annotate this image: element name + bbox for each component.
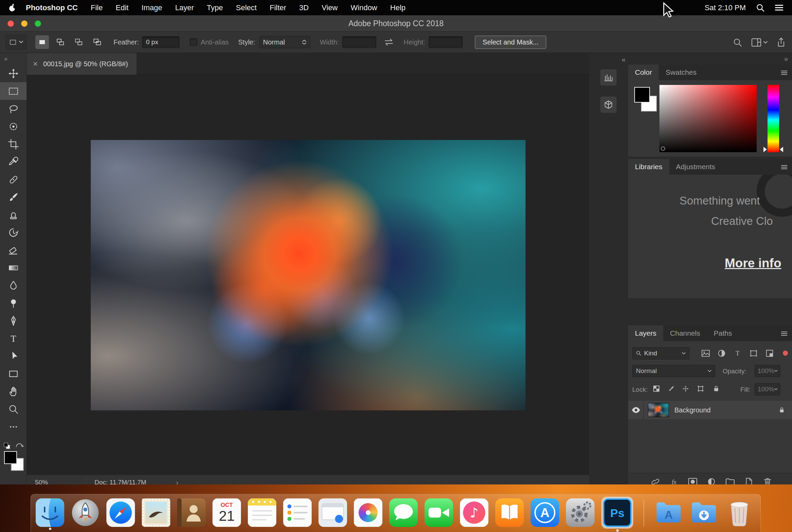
filter-shape-layers-button[interactable] [749,349,758,358]
dock-item-books[interactable] [495,498,524,527]
style-select[interactable]: Normal [259,36,310,48]
collapse-panels-icon[interactable]: » [784,55,787,63]
dock-item-messages[interactable] [389,498,418,527]
dock-item-mail[interactable] [142,498,170,527]
menu-app-name[interactable]: Photoshop CC [22,3,84,12]
dock-item-app-store[interactable]: A [531,498,559,527]
tool-spot-healing-brush[interactable] [0,171,27,188]
add-to-selection-button[interactable] [54,35,67,49]
tool-rectangle-shape[interactable] [0,365,27,383]
notification-center-icon[interactable] [775,3,783,12]
tool-rectangular-marquee[interactable] [0,82,27,100]
height-input[interactable] [429,36,463,48]
menu-image[interactable]: Image [135,3,169,12]
tool-move[interactable] [0,65,27,82]
tab-color[interactable]: Color [628,65,659,80]
dock-item-contacts[interactable] [177,498,206,527]
tab-adjustments[interactable]: Adjustments [669,159,722,175]
tab-swatches[interactable]: Swatches [659,65,703,80]
dock-item-system-preferences[interactable] [566,498,595,527]
toolbar-collapse-icon[interactable]: » [0,53,27,65]
tool-pen[interactable] [0,312,27,330]
menu-window[interactable]: Window [344,3,384,12]
menu-help[interactable]: Help [384,3,412,12]
tool-hand[interactable] [0,383,27,400]
tool-gradient[interactable] [0,259,27,277]
apple-menu[interactable] [9,3,22,12]
more-info-link[interactable]: More info [725,256,781,270]
tool-type[interactable]: T [0,330,27,347]
tool-brush[interactable] [0,188,27,206]
dock-item-calendar[interactable]: OCT 21 [212,498,241,527]
document-tab[interactable]: × 00015.jpg @ 50% (RGB/8#) [27,53,137,75]
lock-all-button[interactable] [712,384,721,393]
dock-item-app-window[interactable] [318,498,347,527]
tool-history-brush[interactable] [0,224,27,241]
dock-item-itunes[interactable]: ♪ [460,498,488,527]
threed-panel-button[interactable] [600,96,617,113]
dock-item-trash[interactable] [725,498,754,527]
layer-visibility-toggle[interactable] [628,401,644,419]
tool-eraser[interactable] [0,241,27,259]
tool-path-selection[interactable] [0,347,27,365]
opacity-field[interactable]: 100% [755,365,780,377]
expand-panels-icon[interactable]: « [622,56,625,64]
layer-row-background[interactable]: Background [628,401,792,419]
lock-artboard-button[interactable] [696,384,705,393]
tab-layers[interactable]: Layers [628,325,663,341]
tool-quick-selection[interactable] [0,118,27,135]
tool-edit-toolbar[interactable] [0,418,27,436]
blend-mode-select[interactable]: Normal [632,365,715,377]
feather-input[interactable] [142,36,179,48]
width-input[interactable] [342,36,376,48]
canvas[interactable] [27,75,589,475]
fill-field[interactable]: 100% [755,383,780,395]
share-icon[interactable] [776,37,786,48]
menu-3d[interactable]: 3D [293,3,315,12]
menu-type[interactable]: Type [200,3,229,12]
dock-item-launchpad[interactable] [71,498,100,527]
dock-item-photos[interactable] [354,498,382,527]
hue-slider[interactable] [768,85,779,152]
lock-pixels-button[interactable] [667,384,676,393]
tool-preset-picker[interactable] [5,35,27,50]
tool-lasso[interactable] [0,100,27,118]
dock-item-applications-folder[interactable]: A [654,498,683,527]
filter-pixel-layers-button[interactable] [701,349,710,358]
spotlight-search-icon[interactable] [756,3,765,12]
menu-select[interactable]: Select [229,3,263,12]
tab-libraries[interactable]: Libraries [628,159,669,175]
menu-layer[interactable]: Layer [169,3,200,12]
layer-name[interactable]: Background [674,406,779,414]
lock-transparency-button[interactable] [652,384,661,393]
tab-paths[interactable]: Paths [707,325,739,341]
menubar-clock[interactable]: Sat 2:10 PM [705,3,746,12]
dock-item-notes[interactable] [248,498,276,527]
workspace-switcher[interactable] [751,38,768,47]
menu-file[interactable]: File [84,3,109,12]
search-icon[interactable] [733,38,742,47]
default-colors-icon[interactable] [3,442,11,450]
swap-dimensions-icon[interactable] [384,38,394,46]
document-image[interactable] [91,140,526,410]
lock-position-button[interactable] [681,384,690,393]
tab-close-icon[interactable]: × [33,59,38,69]
foreground-color-swatch[interactable] [4,451,17,464]
tool-clone-stamp[interactable] [0,206,27,224]
dock-item-reminders[interactable] [283,498,312,527]
tool-blur[interactable] [0,277,27,294]
layers-panel-menu-icon[interactable] [781,331,787,337]
saturation-brightness-field[interactable] [659,85,757,152]
dock-item-downloads-folder[interactable] [690,498,718,527]
hue-slider-handle-right[interactable] [780,147,783,152]
dock-item-finder[interactable] [36,498,64,527]
tool-crop[interactable] [0,135,27,153]
color-panel-menu-icon[interactable] [781,70,787,76]
menu-filter[interactable]: Filter [263,3,293,12]
select-and-mask-button[interactable]: Select and Mask... [475,36,547,49]
filter-adjustment-layers-button[interactable] [717,349,726,358]
tab-channels[interactable]: Channels [663,325,707,341]
tool-zoom[interactable] [0,400,27,418]
new-selection-button[interactable] [35,35,49,49]
layer-filter-kind-select[interactable]: Kind [632,347,689,359]
